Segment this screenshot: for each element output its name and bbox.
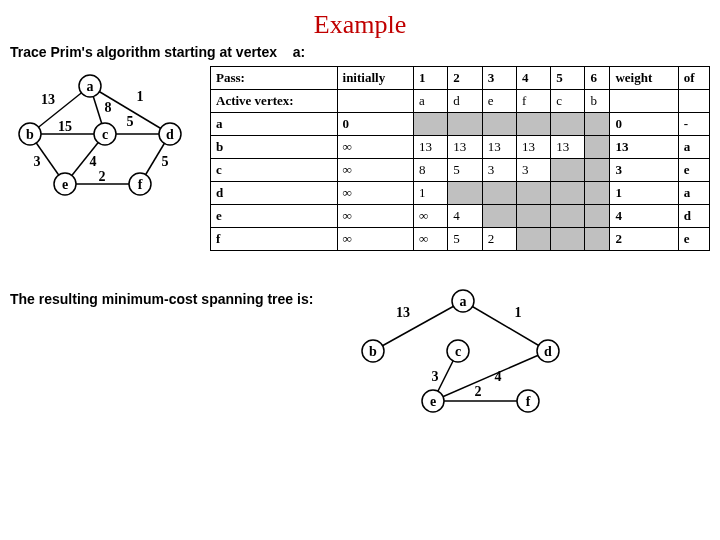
row-vertex: c xyxy=(211,159,338,182)
th-weight: weight xyxy=(610,67,678,90)
row-final: 1 xyxy=(610,182,678,205)
row-of: e xyxy=(678,159,709,182)
page-title: Example xyxy=(10,10,710,40)
row-vertex: f xyxy=(211,228,338,251)
row-cell xyxy=(516,205,550,228)
mst-ad-weight: 1 xyxy=(515,305,522,320)
row-cell xyxy=(585,159,610,182)
row-final: 2 xyxy=(610,228,678,251)
th-pass-4: 5 xyxy=(551,67,585,90)
row-of: a xyxy=(678,182,709,205)
row-cell xyxy=(516,228,550,251)
svg-line-16 xyxy=(463,301,548,351)
th-pass-5: 6 xyxy=(585,67,610,90)
edge-ac-weight: 8 xyxy=(105,100,112,115)
row-cell xyxy=(551,159,585,182)
th-active: Active vertex: xyxy=(211,90,338,113)
row-cell: 13 xyxy=(551,136,585,159)
row-init: ∞ xyxy=(337,205,414,228)
row-init: ∞ xyxy=(337,228,414,251)
table-row: b∞131313131313a xyxy=(211,136,710,159)
td-active-w xyxy=(610,90,678,113)
table-row: f∞∞522e xyxy=(211,228,710,251)
row-vertex: e xyxy=(211,205,338,228)
row-cell xyxy=(551,113,585,136)
mst-node-d: d xyxy=(544,344,552,359)
row-of: e xyxy=(678,228,709,251)
row-cell xyxy=(448,182,482,205)
td-active-init xyxy=(337,90,414,113)
td-active-4: c xyxy=(551,90,585,113)
row-init: ∞ xyxy=(337,136,414,159)
row-cell: ∞ xyxy=(414,228,448,251)
node-e: e xyxy=(62,177,68,192)
td-active-3: f xyxy=(516,90,550,113)
th-pass-3: 4 xyxy=(516,67,550,90)
mst-node-b: b xyxy=(369,344,377,359)
th-pass-0: 1 xyxy=(414,67,448,90)
edge-ab-weight: 13 xyxy=(41,92,55,107)
th-pass-2: 3 xyxy=(482,67,516,90)
th-initially: initially xyxy=(337,67,414,90)
subtitle-vertex: a: xyxy=(293,44,305,60)
row-vertex: d xyxy=(211,182,338,205)
subtitle: Trace Prim's algorithm starting at verte… xyxy=(10,44,710,60)
row-cell: 13 xyxy=(448,136,482,159)
th-pass: Pass: xyxy=(211,67,338,90)
row-final: 3 xyxy=(610,159,678,182)
row-cell: 5 xyxy=(448,228,482,251)
row-of: - xyxy=(678,113,709,136)
row-cell: 2 xyxy=(482,228,516,251)
row-of: d xyxy=(678,205,709,228)
edge-bc-weight: 15 xyxy=(58,119,72,134)
row-final: 13 xyxy=(610,136,678,159)
edge-ce-weight: 4 xyxy=(90,154,97,169)
mst-node-a: a xyxy=(460,294,467,309)
prim-table: Pass:initially123456weightofActive verte… xyxy=(210,66,710,251)
table-row: d∞11a xyxy=(211,182,710,205)
row-cell xyxy=(585,136,610,159)
row-vertex: a xyxy=(211,113,338,136)
node-a: a xyxy=(87,79,94,94)
td-active-of xyxy=(678,90,709,113)
row-cell xyxy=(414,113,448,136)
row-cell: 8 xyxy=(414,159,448,182)
table-row: a00- xyxy=(211,113,710,136)
table-row: c∞85333e xyxy=(211,159,710,182)
row-cell xyxy=(448,113,482,136)
mst-ce-weight: 3 xyxy=(432,369,439,384)
row-cell xyxy=(516,182,550,205)
row-cell xyxy=(551,228,585,251)
node-b: b xyxy=(26,127,34,142)
row-final: 0 xyxy=(610,113,678,136)
row-cell xyxy=(482,113,516,136)
row-cell: 3 xyxy=(516,159,550,182)
row-final: 4 xyxy=(610,205,678,228)
td-active-0: a xyxy=(414,90,448,113)
row-cell: 5 xyxy=(448,159,482,182)
th-of: of xyxy=(678,67,709,90)
edge-cd-weight: 5 xyxy=(127,114,134,129)
edge-ad-weight: 1 xyxy=(137,89,144,104)
row-cell xyxy=(585,205,610,228)
row-cell: 13 xyxy=(414,136,448,159)
mst-ef-weight: 2 xyxy=(475,384,482,399)
row-cell xyxy=(482,182,516,205)
row-cell: 3 xyxy=(482,159,516,182)
row-cell: 1 xyxy=(414,182,448,205)
graph-mst: 13 1 3 4 2 a b c d e f xyxy=(333,281,583,431)
row-cell xyxy=(482,205,516,228)
subtitle-text: Trace Prim's algorithm starting at verte… xyxy=(10,44,277,60)
mst-ab-weight: 13 xyxy=(396,305,410,320)
row-cell: 13 xyxy=(482,136,516,159)
mst-node-f: f xyxy=(526,394,531,409)
node-f: f xyxy=(138,177,143,192)
row-cell xyxy=(585,182,610,205)
row-cell xyxy=(585,113,610,136)
row-cell xyxy=(551,205,585,228)
row-init: 0 xyxy=(337,113,414,136)
row-of: a xyxy=(678,136,709,159)
mst-node-c: c xyxy=(455,344,461,359)
row-vertex: b xyxy=(211,136,338,159)
row-cell: 13 xyxy=(516,136,550,159)
